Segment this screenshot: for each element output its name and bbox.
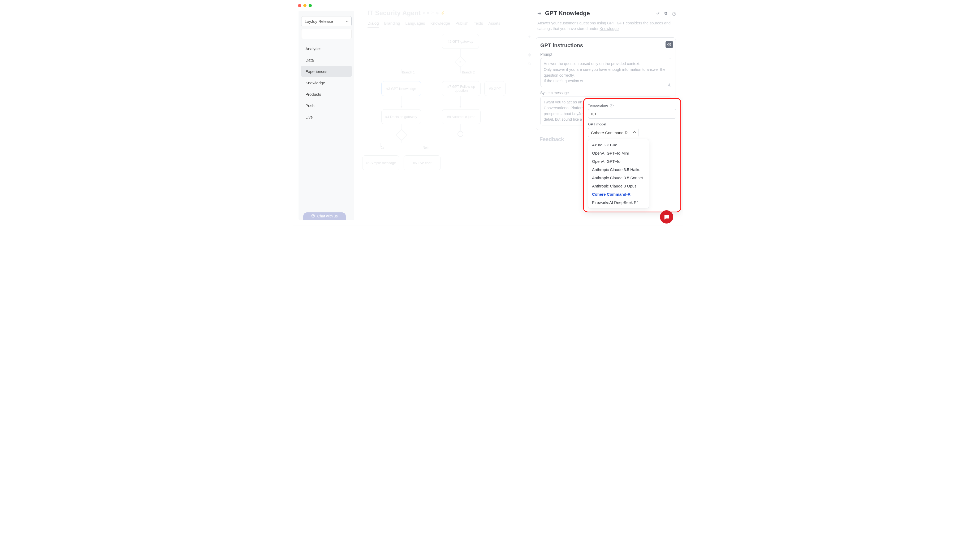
system-label: System message [540,91,671,95]
panel-description: Answer your customer's questions using G… [536,18,677,32]
page-title: IT Security Agent [368,9,421,17]
release-label: LoyJoy Release [305,19,333,23]
node-simple-message[interactable]: #5 Simple message [362,155,399,170]
model-option[interactable]: OpenAI GPT-4o [588,157,649,165]
help-icon[interactable]: ? [672,11,676,16]
temperature-input[interactable] [588,109,676,118]
card-title: GPT instructions [540,42,671,48]
svg-point-2 [669,44,670,45]
node-gateway-diamond[interactable]: × [455,56,466,67]
heart-icon[interactable]: ♡ [431,11,434,15]
model-option[interactable]: Anthropic Claude 3.5 Haiku [588,165,649,174]
model-settings-popover: Temperature ? GPT model Cohere Command-R… [583,98,681,212]
model-option[interactable]: Anthropic Claude 3.5 Sonnet [588,174,649,182]
node-gpt-knowledge[interactable]: #3 GPT Knowledge [381,81,421,96]
sidebar-item-data[interactable]: Data [301,55,352,65]
resize-handle-icon[interactable] [667,83,670,86]
print-icon[interactable]: ⎙ [528,61,531,66]
move-icon[interactable]: ✥ [528,52,531,58]
temperature-label: Temperature ? [588,103,676,107]
tab-dialog[interactable]: Dialog [368,21,379,28]
help-icon [311,214,315,218]
model-select[interactable]: Cohere Command-R [588,128,638,137]
chat-icon [663,214,670,220]
panel-title: GPT Knowledge [545,10,590,17]
tab-assets[interactable]: Assets [488,21,500,28]
chat-bubble-button[interactable] [660,210,673,223]
sidebar-item-analytics[interactable]: Analytics [301,43,352,54]
model-option[interactable]: Anthropic Claude 3 Opus [588,182,649,190]
model-option[interactable]: Cohere Command-R [588,190,649,198]
help-icon[interactable]: ? [610,104,613,107]
minus-icon[interactable]: － [527,43,531,49]
minimize-icon[interactable] [303,4,306,7]
sidebar: LoyJoy Release AnalyticsDataExperiencesK… [299,11,354,220]
tab-publish[interactable]: Publish [455,21,468,28]
decision-diamond[interactable] [396,129,407,140]
branch-2-label: Branch 2 [462,70,475,74]
sidebar-item-products[interactable]: Products [301,89,352,100]
copy-icon[interactable]: ⧉ [423,11,425,15]
title-icons: ⧉ # ♡ ⊚ ⚡ [423,11,445,15]
chat-with-us[interactable]: Chat with us [303,212,346,220]
tab-branding[interactable]: Branding [384,21,400,28]
canvas-tools: ＋ － ✥ ⎙ [527,34,531,66]
gear-button[interactable] [665,41,673,48]
node-follow-up[interactable]: #7 GPT Follow-up question [442,81,481,96]
sidebar-item-knowledge[interactable]: Knowledge [301,77,352,88]
chevron-down-icon [346,19,348,22]
node-gpt-9[interactable]: #9 GPT [484,81,506,96]
sidebar-item-push[interactable]: Push [301,100,352,111]
nein-label: Nein [423,146,430,150]
chevron-up-icon [633,131,636,134]
node-live-chat[interactable]: #6 Live chat [404,155,441,170]
branch-1-label: Branch 1 [402,70,415,74]
tab-languages[interactable]: Languages [406,21,425,28]
globe-icon[interactable]: ⊚ [436,11,439,15]
model-dropdown: Azure GPT-4oOpenAI GPT-4o MiniOpenAI GPT… [588,139,649,208]
prompt-label: Prompt [540,52,671,57]
hash-icon[interactable]: # [427,11,429,15]
sidebar-item-live[interactable]: Live [301,112,352,122]
gear-icon [667,43,671,47]
copy-icon[interactable]: ⧉ [665,11,667,16]
ja-label: Ja [381,146,384,150]
tab-texts[interactable]: Texts [474,21,483,28]
sidebar-item-experiences[interactable]: Experiences [301,66,352,77]
model-option[interactable]: Azure GPT-4o [588,141,649,149]
bolt-icon[interactable]: ⚡ [441,11,445,15]
model-option[interactable]: OpenAI GPT-4o Mini [588,149,649,157]
collapse-icon[interactable]: ⇥ [537,11,541,16]
model-label: GPT model [588,122,676,126]
main: IT Security Agent ⧉ # ♡ ⊚ ⚡ DialogBrandi… [359,8,677,225]
model-option[interactable]: FireworksAI DeepSeek R1 [588,198,649,207]
node-decision-gateway[interactable]: #4 Decision gateway [381,109,421,124]
settings-icon[interactable]: ⇄ [656,11,660,16]
sidebar-search[interactable] [301,29,352,39]
end-circle [458,131,463,137]
window-controls [298,4,312,7]
plus-icon[interactable]: ＋ [527,34,531,40]
node-gpt-gateway[interactable]: #2 GPT gateway [442,34,479,49]
maximize-icon[interactable] [309,4,312,7]
release-select[interactable]: LoyJoy Release [301,16,352,26]
node-automatic-jump[interactable]: #8 Automatic jump [442,109,481,124]
close-icon[interactable] [298,4,301,7]
tab-knowledge[interactable]: Knowledge [430,21,450,28]
prompt-textarea[interactable]: Answer the question based only on the pr… [540,58,671,87]
